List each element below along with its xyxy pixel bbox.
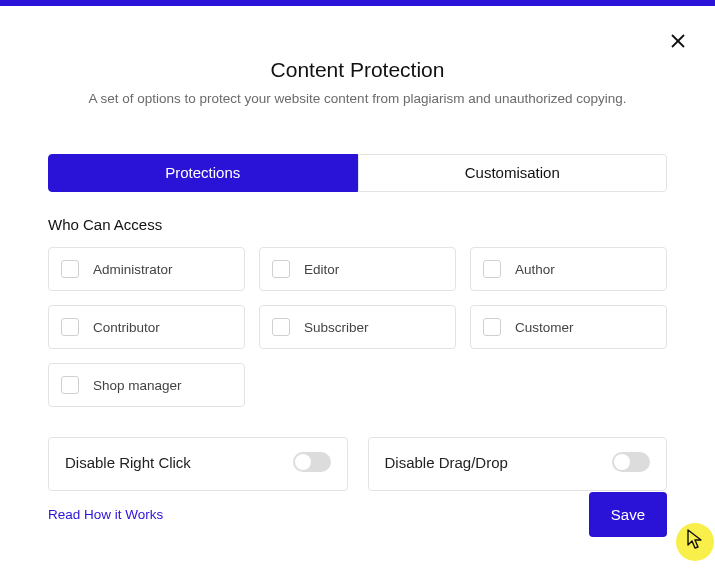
role-label: Shop manager <box>93 378 182 393</box>
role-label: Contributor <box>93 320 160 335</box>
tabs: Protections Customisation <box>48 154 667 192</box>
checkbox-icon <box>61 376 79 394</box>
save-button[interactable]: Save <box>589 492 667 537</box>
content-protection-modal: Content Protection A set of options to p… <box>0 6 715 491</box>
role-author[interactable]: Author <box>470 247 667 291</box>
toggle-knob-icon <box>614 454 630 470</box>
role-subscriber[interactable]: Subscriber <box>259 305 456 349</box>
disable-right-click-card: Disable Right Click <box>48 437 348 491</box>
role-contributor[interactable]: Contributor <box>48 305 245 349</box>
role-customer[interactable]: Customer <box>470 305 667 349</box>
checkbox-icon <box>483 318 501 336</box>
role-label: Administrator <box>93 262 173 277</box>
close-icon <box>671 34 685 52</box>
toggle-label: Disable Right Click <box>65 454 191 471</box>
role-administrator[interactable]: Administrator <box>48 247 245 291</box>
disable-drag-drop-card: Disable Drag/Drop <box>368 437 668 491</box>
checkbox-icon <box>61 260 79 278</box>
modal-title: Content Protection <box>0 58 715 82</box>
disable-drag-drop-toggle[interactable] <box>612 452 650 472</box>
role-editor[interactable]: Editor <box>259 247 456 291</box>
toggle-knob-icon <box>295 454 311 470</box>
read-how-it-works-link[interactable]: Read How it Works <box>48 507 163 522</box>
checkbox-icon <box>272 318 290 336</box>
disable-right-click-toggle[interactable] <box>293 452 331 472</box>
checkbox-icon <box>272 260 290 278</box>
checkbox-icon <box>61 318 79 336</box>
checkbox-icon <box>483 260 501 278</box>
toggle-row: Disable Right Click Disable Drag/Drop <box>48 437 667 491</box>
modal-subtitle: A set of options to protect your website… <box>0 91 715 106</box>
tab-protections[interactable]: Protections <box>48 154 358 192</box>
tab-content: Who Can Access Administrator Editor Auth… <box>0 192 715 491</box>
tab-customisation[interactable]: Customisation <box>358 154 668 192</box>
who-can-access-label: Who Can Access <box>48 216 667 233</box>
close-button[interactable] <box>669 34 687 52</box>
role-grid: Administrator Editor Author Contributor … <box>48 247 667 407</box>
role-shop-manager[interactable]: Shop manager <box>48 363 245 407</box>
role-label: Author <box>515 262 555 277</box>
role-label: Customer <box>515 320 574 335</box>
role-label: Subscriber <box>304 320 369 335</box>
modal-header: Content Protection A set of options to p… <box>0 6 715 106</box>
modal-footer: Read How it Works Save <box>0 492 715 537</box>
role-label: Editor <box>304 262 339 277</box>
toggle-label: Disable Drag/Drop <box>385 454 508 471</box>
